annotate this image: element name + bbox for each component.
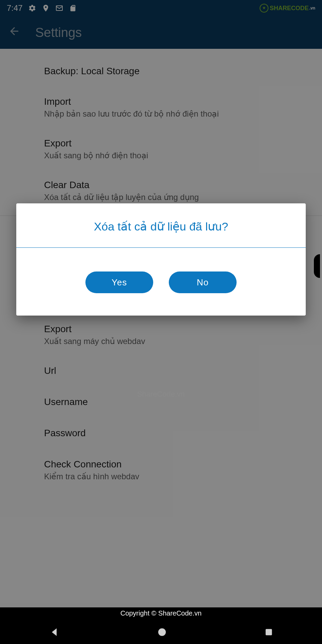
nav-back-icon[interactable] (48, 626, 60, 638)
dialog-title: Xóa tất cả dữ liệu đã lưu? (16, 203, 306, 248)
nav-home-icon[interactable] (157, 627, 167, 637)
yes-button[interactable]: Yes (85, 271, 153, 293)
copyright-text: Copyright © ShareCode.vn (120, 609, 201, 617)
modal-overlay[interactable] (0, 0, 322, 644)
svg-point-1 (158, 628, 166, 636)
nav-recent-icon[interactable] (264, 627, 274, 637)
no-button[interactable]: No (169, 271, 237, 293)
confirm-dialog: Xóa tất cả dữ liệu đã lưu? Yes No (16, 203, 306, 316)
svg-rect-2 (266, 629, 272, 636)
dialog-actions: Yes No (16, 248, 306, 316)
navigation-bar: Copyright © ShareCode.vn (0, 607, 322, 644)
